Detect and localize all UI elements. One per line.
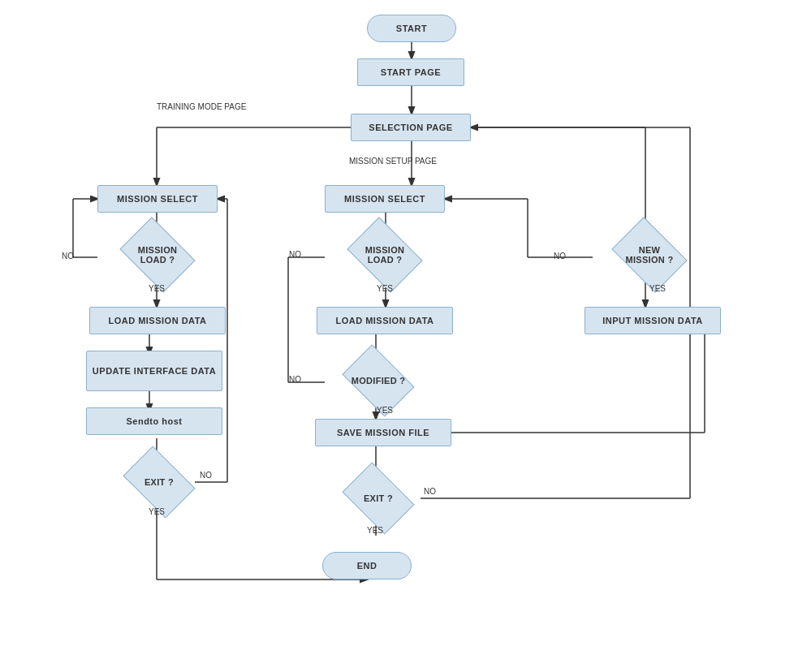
start-label: START bbox=[396, 24, 427, 33]
load-mission-data-mid-node: LOAD MISSION DATA bbox=[317, 307, 453, 334]
mission-select-left-label: MISSION SELECT bbox=[117, 194, 198, 204]
input-mission-data-label: INPUT MISSION DATA bbox=[602, 316, 702, 325]
yes-modified-label: YES bbox=[377, 406, 393, 415]
yes-exit-left-label: YES bbox=[149, 507, 165, 516]
new-mission-label: NEWMISSION ? bbox=[626, 245, 674, 265]
new-mission-node: NEWMISSION ? bbox=[589, 230, 710, 280]
no-exit-left-label: NO bbox=[200, 471, 212, 480]
save-mission-file-node: SAVE MISSION FILE bbox=[315, 419, 451, 446]
mission-select-left-node: MISSION SELECT bbox=[97, 185, 218, 213]
selection-page-node: SELECTION PAGE bbox=[351, 114, 471, 141]
no-modified-label: NO bbox=[289, 375, 301, 384]
flowchart: START START PAGE SELECTION PAGE TRAINING… bbox=[0, 0, 811, 672]
send-to-host-node: Sendto host bbox=[86, 407, 222, 435]
mission-setup-label: MISSION SETUP PAGE bbox=[349, 157, 437, 166]
modified-node: MODIFIED ? bbox=[323, 357, 434, 404]
no-left-label: NO bbox=[62, 252, 74, 261]
start-page-node: START PAGE bbox=[357, 58, 464, 86]
end-label: END bbox=[357, 561, 377, 571]
load-mission-data-left-label: LOAD MISSION DATA bbox=[108, 316, 206, 325]
yes-load-left-label: YES bbox=[149, 284, 165, 293]
modified-label: MODIFIED ? bbox=[352, 376, 406, 386]
end-node: END bbox=[322, 552, 412, 579]
no-new-mission-label: NO bbox=[554, 252, 566, 261]
load-mission-data-mid-label: LOAD MISSION DATA bbox=[335, 316, 434, 325]
mission-load-left-label: MISSIONLOAD ? bbox=[138, 245, 178, 265]
save-mission-file-label: SAVE MISSION FILE bbox=[337, 428, 429, 437]
send-to-host-label: Sendto host bbox=[126, 416, 182, 426]
mission-load-mid-node: MISSIONLOAD ? bbox=[325, 230, 445, 280]
mission-load-mid-label: MISSIONLOAD ? bbox=[365, 245, 405, 265]
start-page-label: START PAGE bbox=[381, 67, 441, 77]
mission-select-mid-node: MISSION SELECT bbox=[325, 185, 445, 213]
selection-page-label: SELECTION PAGE bbox=[369, 123, 452, 132]
exit-mid-label: EXIT ? bbox=[364, 493, 393, 503]
yes-new-mission-label: YES bbox=[649, 284, 666, 293]
exit-mid-node: EXIT ? bbox=[323, 475, 434, 522]
yes-exit-mid-label: YES bbox=[367, 526, 383, 535]
yes-load-mid-label: YES bbox=[377, 284, 393, 293]
exit-left-node: EXIT ? bbox=[104, 459, 214, 506]
training-mode-label: TRAINING MODE PAGE bbox=[157, 102, 246, 111]
update-interface-data-node: UPDATE INTERFACE DATA bbox=[86, 351, 222, 391]
mission-select-mid-label: MISSION SELECT bbox=[344, 194, 425, 204]
no-load-mid-label: NO bbox=[289, 250, 301, 259]
no-exit-mid-label: NO bbox=[424, 487, 436, 496]
mission-load-left-node: MISSIONLOAD ? bbox=[97, 230, 218, 280]
input-mission-data-node: INPUT MISSION DATA bbox=[585, 307, 721, 334]
load-mission-data-left-node: LOAD MISSION DATA bbox=[89, 307, 226, 334]
update-interface-data-label: UPDATE INTERFACE DATA bbox=[93, 366, 216, 376]
start-node: START bbox=[367, 15, 456, 42]
exit-left-label: EXIT ? bbox=[145, 477, 174, 487]
